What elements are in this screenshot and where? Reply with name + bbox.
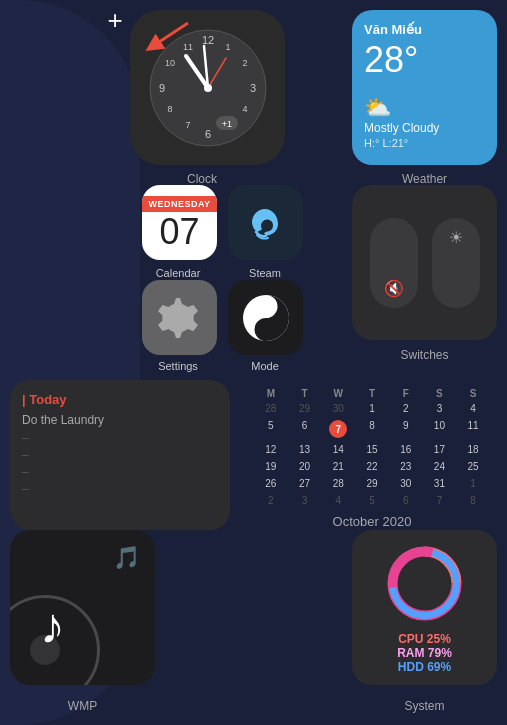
svg-text:6: 6 [204, 128, 210, 140]
clock-label: Clock [152, 172, 252, 186]
system-label: System [352, 699, 497, 713]
cal-day-6-nov: 6 [390, 493, 422, 508]
cal-day-13: 13 [289, 442, 321, 457]
cal-day-19: 19 [255, 459, 287, 474]
mini-calendar-month: October 2020 [255, 514, 489, 529]
weather-highlow: H:° L:21° [364, 137, 485, 149]
cpu-stat: CPU 25% [397, 632, 452, 646]
system-donut-chart [382, 541, 467, 626]
mute-icon: 🔇 [384, 279, 404, 298]
brightness-toggle[interactable]: ☀ [432, 218, 480, 308]
cal-day-11: 11 [457, 418, 489, 440]
svg-text:4: 4 [242, 104, 247, 114]
steam-logo [238, 195, 293, 250]
hdd-stat: HDD 69% [397, 660, 452, 674]
cloud-icon: ⛅ [364, 95, 391, 121]
cal-header-s2: S [457, 388, 489, 399]
cal-day-26: 26 [255, 476, 287, 491]
cal-day-28-sep: 28 [255, 401, 287, 416]
svg-point-25 [261, 301, 271, 311]
cal-day-14: 14 [322, 442, 354, 457]
steam-app-icon[interactable] [228, 185, 303, 260]
calendar-day-number: 07 [159, 214, 199, 250]
cal-day-28: 28 [322, 476, 354, 491]
wmp-widget: ♪ 🎵 [10, 530, 155, 685]
cal-header-t1: T [289, 388, 321, 399]
cal-day-3-nov: 3 [289, 493, 321, 508]
mode-yin-yang-icon [241, 293, 291, 343]
svg-line-1 [153, 23, 188, 46]
mode-label: Mode [225, 360, 305, 372]
cal-day-8: 8 [356, 418, 388, 440]
svg-text:10: 10 [164, 58, 174, 68]
steam-label: Steam [225, 267, 305, 279]
today-dash-4: – [22, 482, 218, 496]
cal-day-21: 21 [322, 459, 354, 474]
weather-widget: Văn Miếu 28° ⛅ Mostly Cloudy H:° L:21° [352, 10, 497, 165]
svg-text:12: 12 [201, 34, 213, 46]
cal-day-5-nov: 5 [356, 493, 388, 508]
svg-text:+1: +1 [221, 119, 231, 129]
cal-day-17: 17 [424, 442, 456, 457]
svg-text:3: 3 [249, 82, 255, 94]
cal-day-29: 29 [356, 476, 388, 491]
switches-widget: 🔇 ☀ [352, 185, 497, 340]
system-widget: CPU 25% RAM 79% HDD 69% [352, 530, 497, 685]
settings-app-icon[interactable] [142, 280, 217, 355]
weather-temperature: 28° [364, 39, 485, 81]
system-stats: CPU 25% RAM 79% HDD 69% [397, 632, 452, 674]
calendar-day-name: WEDNESDAY [142, 196, 217, 212]
cal-day-3: 3 [424, 401, 456, 416]
settings-label: Settings [138, 360, 218, 372]
notification-arrow [138, 18, 193, 57]
cal-day-6: 6 [289, 418, 321, 440]
calendar-app-icon[interactable]: WEDNESDAY 07 [142, 185, 217, 260]
cal-day-12: 12 [255, 442, 287, 457]
cal-day-31: 31 [424, 476, 456, 491]
cal-day-4: 4 [457, 401, 489, 416]
cal-day-2: 2 [390, 401, 422, 416]
cal-day-1-nov: 1 [457, 476, 489, 491]
cal-day-23: 23 [390, 459, 422, 474]
settings-gear-icon [156, 294, 204, 342]
mini-calendar-grid: M T W T F S S 28 29 30 1 2 3 4 5 6 7 8 9… [255, 388, 489, 508]
cal-day-20: 20 [289, 459, 321, 474]
weather-description: Mostly Cloudy [364, 121, 485, 135]
cal-day-15: 15 [356, 442, 388, 457]
today-dash-1: – [22, 431, 218, 445]
cal-day-8-nov: 8 [457, 493, 489, 508]
svg-text:2: 2 [242, 58, 247, 68]
mode-app-icon[interactable] [228, 280, 303, 355]
svg-text:1: 1 [225, 42, 230, 52]
cal-day-2-nov: 2 [255, 493, 287, 508]
cal-header-m: M [255, 388, 287, 399]
svg-point-31 [403, 562, 447, 606]
weather-label: Weather [352, 172, 497, 186]
add-widget-button[interactable]: + [100, 5, 130, 35]
weather-location: Văn Miếu [364, 22, 485, 37]
clock-widget: 12 3 6 9 1 2 4 5 7 8 10 11 +1 [130, 10, 285, 165]
cal-day-1: 1 [356, 401, 388, 416]
cal-day-22: 22 [356, 459, 388, 474]
cal-day-5: 5 [255, 418, 287, 440]
cal-day-4-nov: 4 [322, 493, 354, 508]
svg-point-18 [204, 84, 212, 92]
cal-header-t2: T [356, 388, 388, 399]
today-dash-3: – [22, 465, 218, 479]
calendar-label: Calendar [138, 267, 218, 279]
cal-header-f: F [390, 388, 422, 399]
today-dash-2: – [22, 448, 218, 462]
mute-toggle[interactable]: 🔇 [370, 218, 418, 308]
today-task: Do the Laundry [22, 413, 218, 427]
cal-day-7-nov: 7 [424, 493, 456, 508]
svg-point-26 [261, 324, 271, 334]
today-widget: | Today Do the Laundry – – – – [10, 380, 230, 530]
cal-day-18: 18 [457, 442, 489, 457]
ram-stat: RAM 79% [397, 646, 452, 660]
cal-day-24: 24 [424, 459, 456, 474]
mini-calendar-widget: M T W T F S S 28 29 30 1 2 3 4 5 6 7 8 9… [247, 380, 497, 535]
cal-day-30: 30 [390, 476, 422, 491]
cal-day-today: 7 [322, 418, 354, 440]
svg-text:8: 8 [167, 104, 172, 114]
cal-day-25: 25 [457, 459, 489, 474]
